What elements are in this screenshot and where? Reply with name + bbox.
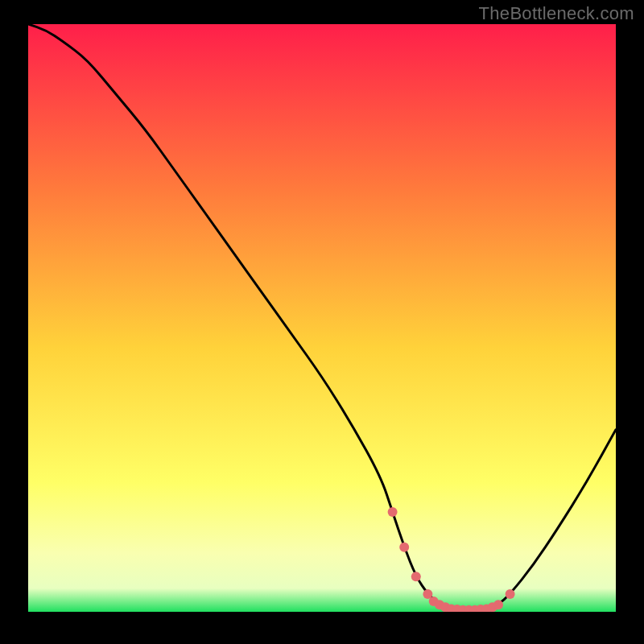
highlight-dot <box>411 572 421 581</box>
highlight-dot <box>388 507 398 517</box>
plot-svg <box>28 24 616 612</box>
plot-area <box>28 24 616 612</box>
chart-frame: TheBottleneck.com <box>0 0 644 644</box>
highlight-dot <box>506 589 515 599</box>
highlight-dot <box>399 543 409 552</box>
watermark-text: TheBottleneck.com <box>479 3 634 24</box>
gradient-background <box>28 24 616 612</box>
highlight-dot <box>493 600 503 609</box>
